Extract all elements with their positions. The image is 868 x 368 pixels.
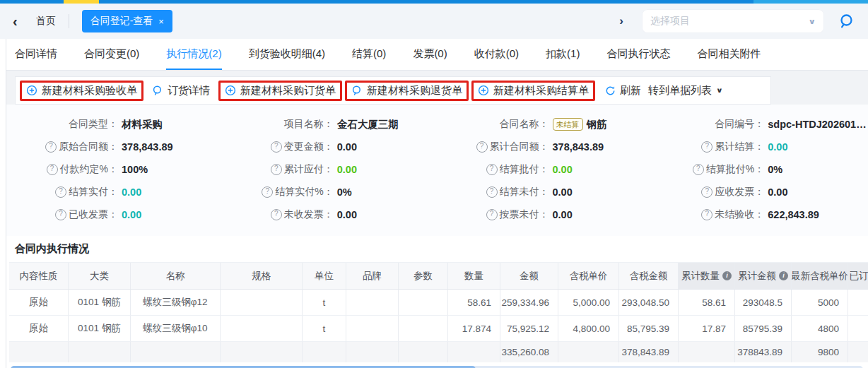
order-details-button[interactable]: 订货详情 — [146, 81, 216, 101]
help-icon[interactable]: ? — [701, 209, 712, 220]
total-cell — [69, 342, 131, 362]
cell-quantity: 17.874 — [448, 316, 500, 342]
field-value: 0.00 — [764, 186, 787, 198]
contract-summary-panel: 合同类型： 材料采购 项目名称： 金石大厦三期 合同名称： 未结算 钢筋 合同编… — [6, 105, 868, 236]
info-icon[interactable]: i — [779, 271, 788, 280]
tab-arrival-acceptance[interactable]: 到货验收明细(4) — [249, 47, 325, 70]
home-link[interactable]: 首页 — [36, 15, 56, 28]
cell-content-nature: 原始 — [9, 290, 69, 316]
field-label: ?未结验收： — [652, 208, 764, 221]
help-icon[interactable]: ? — [271, 141, 282, 153]
cell-name: 螺纹三级钢φ10 — [131, 316, 221, 342]
divider — [69, 14, 69, 28]
summary-field: 合同名称： 未结算 钢筋 — [438, 113, 653, 136]
total-cell — [848, 342, 868, 362]
help-icon[interactable]: ? — [271, 164, 282, 175]
cell-taxed-amount: 293,048.50 — [619, 290, 679, 316]
help-icon[interactable]: ? — [271, 209, 282, 220]
plus-circle-icon — [478, 85, 489, 96]
field-label: 合同名称： — [438, 118, 549, 131]
cell-unit: t — [303, 290, 346, 316]
total-cumulative-amount: 378843.89 — [735, 342, 792, 362]
cell-brand — [346, 290, 399, 316]
help-icon[interactable]: ? — [45, 141, 57, 153]
column-header: 数量 — [448, 263, 500, 289]
total-cell — [399, 342, 448, 362]
help-icon[interactable]: ? — [47, 164, 58, 175]
cell-amount: 259,334.96 — [500, 290, 558, 316]
tab-invoice[interactable]: 发票(0) — [413, 47, 447, 70]
document-tab[interactable]: 合同登记-查看 × — [82, 10, 172, 32]
help-icon[interactable]: ? — [55, 209, 66, 220]
field-value: 0.00 — [118, 186, 141, 198]
tab-contract-changes[interactable]: 合同变更(0) — [84, 47, 139, 70]
button-label: 新建材料采购订货单 — [240, 84, 336, 97]
toolbar: 新建材料采购验收单 订货详情 新建材料采购订货单 新建材料采购退货单 新建材料采… — [15, 76, 771, 105]
total-amount: 335,260.08 — [500, 342, 558, 362]
field-value: 0.00 — [764, 141, 787, 153]
help-icon[interactable]: ? — [55, 186, 66, 198]
cell-latest-taxed-price: 5000 — [792, 290, 848, 316]
field-value: 0.00 — [549, 209, 573, 220]
back-chevron-icon[interactable]: ‹ — [13, 14, 18, 28]
field-value: 378,843.89 — [118, 141, 173, 153]
field-label: ?原始合同额： — [6, 141, 118, 153]
forward-chevron-icon[interactable]: › — [619, 14, 623, 28]
tab-deductions[interactable]: 扣款(1) — [546, 47, 580, 70]
new-purchase-return-button[interactable]: 新建材料采购退货单 — [345, 81, 469, 101]
chevron-down-icon: ∨ — [808, 17, 816, 25]
cell-amount: 75,925.12 — [500, 316, 558, 342]
help-icon[interactable]: ? — [701, 141, 712, 153]
contract-name: 钢筋 — [587, 118, 607, 131]
field-label: ?已收发票： — [6, 208, 118, 221]
chevron-down-icon: ∨ — [716, 86, 723, 94]
help-icon[interactable]: ? — [701, 186, 712, 198]
cell-taxed-unit-price: 5,000.00 — [558, 290, 619, 316]
total-latest-price: 9800 — [792, 342, 848, 362]
goto-document-list-dropdown[interactable]: 转到单据列表 ∨ — [648, 84, 723, 97]
summary-field: ?未结验收： 622,843.89 — [652, 203, 868, 226]
summary-field: ?结算批付： 0.00 — [438, 158, 653, 181]
cell-taxed-amount: 85,795.39 — [619, 316, 679, 342]
refresh-button[interactable]: 刷新 — [605, 84, 641, 97]
help-icon[interactable]: ? — [486, 164, 498, 175]
field-value: sdpc-HTDJ202601… — [764, 119, 866, 130]
new-purchase-settlement-button[interactable]: 新建材料采购结算单 — [471, 81, 595, 101]
field-label: ?应收发票： — [652, 186, 764, 198]
help-icon[interactable]: ? — [486, 209, 498, 220]
total-cell — [303, 342, 346, 362]
project-select[interactable]: 选择项目 ∨ — [642, 9, 824, 33]
help-icon[interactable]: ? — [262, 186, 273, 198]
table-row[interactable]: 原始 0101 钢筋 螺纹三级钢φ12 t 58.61 259,334.96 5… — [9, 290, 868, 316]
topbar: ‹ 首页 合同登记-查看 × › 选择项目 ∨ — [0, 4, 868, 39]
summary-field: ?已收发票： 0.00 — [6, 203, 222, 226]
field-value: 材料采购 — [118, 118, 163, 131]
close-icon[interactable]: × — [158, 17, 164, 26]
new-purchase-order-button[interactable]: 新建材料采购订货单 — [218, 81, 342, 101]
tab-execution-status[interactable]: 执行情况(2) — [166, 47, 221, 70]
tab-contract-details[interactable]: 合同详情 — [15, 47, 57, 70]
column-header: 最新含税单价 — [792, 263, 848, 289]
new-purchase-acceptance-button[interactable]: 新建材料采购验收单 — [20, 81, 143, 101]
column-header: 内容性质 — [9, 263, 69, 289]
tab-contract-exec-state[interactable]: 合同执行状态 — [606, 47, 670, 70]
help-icon[interactable]: ? — [693, 164, 704, 175]
summary-field: ?累计合同额： 378,843.89 — [438, 136, 653, 158]
loading-strip-segment — [0, 0, 64, 4]
info-icon[interactable]: i — [722, 271, 732, 280]
help-icon[interactable]: ? — [476, 141, 488, 153]
table-row[interactable]: 原始 0101 钢筋 螺纹三级钢φ10 t 17.874 75,925.12 4… — [9, 316, 868, 342]
button-label: 新建材料采购结算单 — [493, 84, 589, 97]
tab-settlement[interactable]: 结算(0) — [352, 47, 386, 70]
tab-payments[interactable]: 收付款(0) — [474, 47, 519, 70]
total-cell — [221, 342, 303, 362]
search-icon[interactable] — [837, 12, 855, 30]
field-value: 0% — [764, 164, 782, 175]
tab-contract-attachments[interactable]: 合同相关附件 — [697, 47, 761, 70]
cell-content-nature: 原始 — [9, 316, 69, 342]
button-label: 新建材料采购验收单 — [42, 84, 137, 97]
summary-field: ?原始合同额： 378,843.89 — [6, 136, 222, 158]
help-icon[interactable]: ? — [486, 186, 498, 198]
summary-field: ?结算批付%： 0% — [652, 158, 868, 181]
total-cell — [346, 342, 399, 362]
